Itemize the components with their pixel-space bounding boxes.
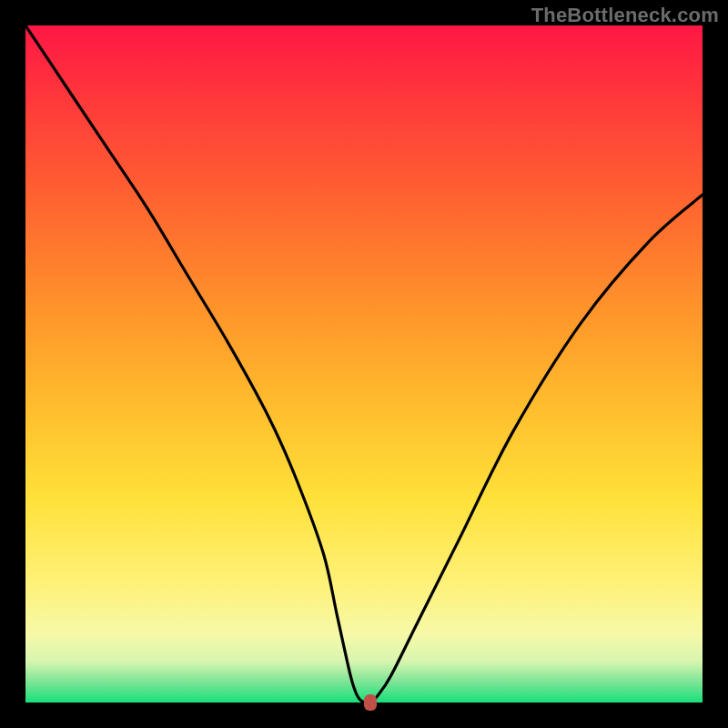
watermark-text: TheBottleneck.com	[531, 4, 719, 27]
bottleneck-curve-path	[25, 25, 703, 703]
curve-svg	[25, 25, 703, 703]
curve-minimum-marker	[364, 694, 377, 711]
chart-frame: TheBottleneck.com	[0, 0, 728, 728]
plot-area	[25, 25, 703, 703]
